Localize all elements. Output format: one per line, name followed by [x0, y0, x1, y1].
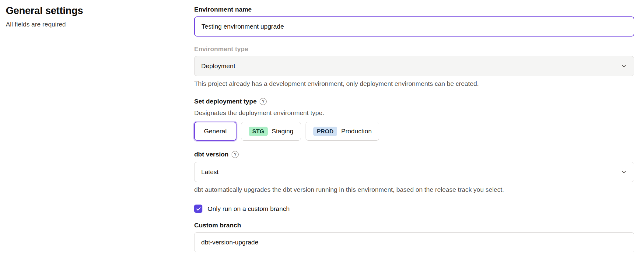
chevron-down-icon	[621, 63, 627, 69]
environment-type-value: Deployment	[201, 62, 235, 70]
deployment-type-staging-label: Staging	[272, 128, 293, 135]
custom-branch-toggle[interactable]: Only run on a custom branch	[194, 205, 634, 213]
environment-settings-form: Environment name Environment type Deploy…	[194, 0, 634, 252]
check-icon	[196, 206, 201, 212]
deployment-type-production-label: Production	[341, 128, 372, 135]
environment-type-select[interactable]: Deployment	[194, 56, 634, 76]
dbt-version-select[interactable]: Latest	[194, 162, 634, 182]
chevron-down-icon	[621, 169, 627, 175]
settings-header: General settings All fields are required	[6, 5, 176, 28]
deployment-type-general-label: General	[204, 128, 227, 135]
dbt-version-help-text: dbt automatically upgrades the dbt versi…	[194, 186, 634, 194]
environment-name-input[interactable]	[194, 16, 634, 37]
dbt-version-value: Latest	[201, 168, 219, 176]
deployment-type-general-button[interactable]: General	[194, 122, 236, 141]
deployment-type-help-text: Designates the deployment environment ty…	[194, 109, 634, 117]
deployment-type-label-row: Set deployment type ?	[194, 97, 634, 105]
deployment-type-production-button[interactable]: PROD Production	[306, 122, 379, 141]
deployment-type-label: Set deployment type	[194, 97, 257, 105]
deployment-type-staging-button[interactable]: STG Staging	[241, 122, 301, 141]
help-icon[interactable]: ?	[260, 98, 267, 105]
production-badge: PROD	[313, 127, 337, 136]
custom-branch-label: Custom branch	[194, 221, 634, 229]
staging-badge: STG	[249, 127, 268, 136]
page-subtitle: All fields are required	[6, 21, 176, 28]
page-title: General settings	[6, 5, 176, 16]
deployment-type-options: General STG Staging PROD Production	[194, 122, 634, 141]
help-icon[interactable]: ?	[232, 151, 239, 158]
custom-branch-input[interactable]	[194, 232, 634, 252]
dbt-version-label-row: dbt version ?	[194, 150, 634, 158]
environment-name-label: Environment name	[194, 5, 634, 13]
environment-type-label: Environment type	[194, 45, 634, 53]
custom-branch-toggle-label: Only run on a custom branch	[208, 205, 290, 212]
environment-type-help-text: This project already has a development e…	[194, 80, 634, 88]
checkbox-checked-icon[interactable]	[194, 205, 202, 213]
dbt-version-label: dbt version	[194, 150, 229, 158]
